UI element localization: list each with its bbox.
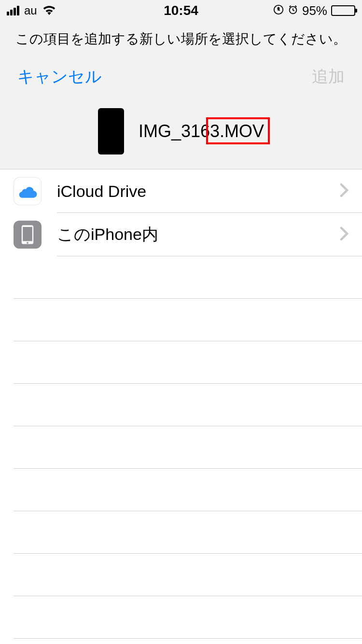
file-thumbnail xyxy=(98,108,124,154)
prompt-text: この項目を追加する新しい場所を選択してください。 xyxy=(0,21,362,55)
location-icloud-row[interactable]: iCloud Drive xyxy=(0,169,362,213)
list-separator xyxy=(14,384,362,426)
battery-icon xyxy=(331,5,355,16)
list-separator xyxy=(14,511,362,554)
list-separator xyxy=(14,256,362,299)
list-separator xyxy=(14,554,362,596)
file-preview: IMG_3163.MOV xyxy=(0,97,362,169)
list-separator xyxy=(14,299,362,341)
status-time: 10:54 xyxy=(164,3,198,18)
carrier-label: au xyxy=(24,4,37,17)
location-label: iCloud Drive xyxy=(57,182,340,201)
alarm-icon xyxy=(288,3,298,18)
list-separator xyxy=(14,596,362,639)
location-list: iCloud Drive このiPhone内 xyxy=(0,169,362,256)
svg-point-5 xyxy=(27,242,28,244)
cancel-button[interactable]: キャンセル xyxy=(17,66,102,88)
add-button[interactable]: 追加 xyxy=(312,66,345,88)
chevron-right-icon xyxy=(340,183,348,199)
list-separator xyxy=(14,469,362,511)
list-separator xyxy=(14,341,362,384)
list-separator xyxy=(14,426,362,469)
phone-icon xyxy=(14,221,42,249)
file-name: IMG_3163.MOV xyxy=(139,121,264,141)
chevron-right-icon xyxy=(340,226,348,243)
svg-rect-4 xyxy=(23,227,32,241)
status-bar: au 10:54 95% xyxy=(0,0,362,21)
wifi-icon xyxy=(42,3,56,18)
location-label: このiPhone内 xyxy=(57,224,340,246)
rotation-lock-icon xyxy=(273,3,284,18)
icloud-icon xyxy=(14,177,42,205)
empty-list-area xyxy=(0,256,362,639)
battery-percentage: 95% xyxy=(302,3,327,18)
location-phone-row[interactable]: このiPhone内 xyxy=(0,213,362,256)
nav-bar: キャンセル 追加 xyxy=(0,55,362,97)
signal-icon xyxy=(7,6,19,15)
